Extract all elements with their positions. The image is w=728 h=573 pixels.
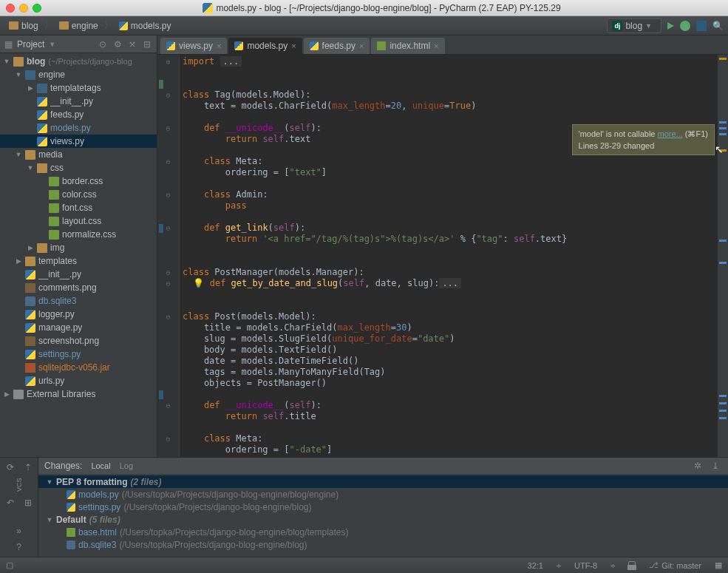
hide-panel-icon[interactable]: ⤓: [709, 459, 722, 472]
zoom-window-button[interactable]: [33, 4, 41, 13]
commit-icon[interactable]: ⇡: [21, 461, 35, 474]
tree-item[interactable]: models.py: [0, 121, 157, 135]
tree-item[interactable]: logger.py: [0, 308, 157, 321]
debug-button[interactable]: [680, 21, 690, 31]
changelist-header[interactable]: PEP 8 formatting (2 files): [38, 475, 728, 488]
tooltip-more-link[interactable]: more...: [658, 129, 683, 138]
tree-item[interactable]: sqlitejdbc-v056.jar: [0, 361, 157, 374]
editor-gutter[interactable]: ⊕⊖⊖⊖⊖⊖⊖⊖⊖⊖⊖: [157, 55, 180, 457]
changes-tree[interactable]: PEP 8 formatting (2 files)models.py (/Us…: [38, 474, 728, 557]
editor-tab[interactable]: index.html×: [371, 38, 444, 54]
tree-item[interactable]: media: [0, 148, 157, 161]
tree-item[interactable]: urls.py: [0, 374, 157, 387]
expand-icon[interactable]: »: [13, 524, 26, 538]
project-tree[interactable]: blog (~/Projects/django-blog enginetempl…: [0, 53, 157, 457]
minimize-window-button[interactable]: [19, 4, 28, 13]
insert-mode[interactable]: ÷: [610, 561, 615, 570]
tree-item[interactable]: screenshot.png: [0, 334, 157, 347]
code-editor[interactable]: import ...class Tag(models.Model): text …: [180, 55, 718, 457]
changed-file[interactable]: models.py (/Users/topka/Projects/django-…: [38, 488, 728, 501]
tree-arrow-icon[interactable]: [15, 71, 22, 78]
tree-arrow-icon[interactable]: [27, 84, 34, 92]
tree-root[interactable]: blog (~/Projects/django-blog: [0, 55, 157, 68]
close-tab-icon[interactable]: ×: [217, 41, 221, 50]
tree-item[interactable]: css: [0, 161, 157, 174]
readonly-toggle[interactable]: [628, 561, 636, 570]
tree-arrow-icon[interactable]: [27, 244, 34, 251]
pyfile-icon: [25, 350, 35, 359]
close-tab-icon[interactable]: ×: [434, 41, 438, 50]
tree-arrow-icon[interactable]: [15, 151, 22, 158]
rollback-icon[interactable]: ↶: [4, 496, 17, 509]
cursor-position[interactable]: 32:1: [528, 561, 543, 570]
tree-item[interactable]: db.sqlite3: [0, 294, 157, 308]
changelist-header[interactable]: Default (5 files): [38, 513, 728, 526]
tree-item[interactable]: templates: [0, 254, 157, 268]
file-encoding[interactable]: UTF-8: [574, 561, 597, 570]
changed-file[interactable]: base.html (/Users/topka/Projects/django-…: [38, 526, 728, 538]
autoscroll-icon[interactable]: ⊙: [98, 39, 108, 50]
run-button[interactable]: [667, 22, 674, 30]
project-view-icon[interactable]: ▦: [4, 39, 13, 50]
tree-item[interactable]: views.py: [0, 135, 157, 148]
expand-arrow-icon[interactable]: [46, 478, 53, 486]
line-separator[interactable]: ÷: [557, 561, 561, 570]
tree-item[interactable]: border.css: [0, 174, 157, 188]
coverage-button[interactable]: [696, 21, 707, 31]
tree-item[interactable]: normalize.css: [0, 228, 157, 241]
changed-file[interactable]: settings.py (/Users/topka/Projects/djang…: [38, 501, 728, 513]
tree-item[interactable]: __init__.py: [0, 95, 157, 108]
tree-item[interactable]: layout.css: [0, 214, 157, 228]
tree-item[interactable]: feeds.py: [0, 108, 157, 121]
collapse-all-icon[interactable]: ⤧: [127, 39, 137, 50]
tree-item[interactable]: img: [0, 241, 157, 254]
tree-item[interactable]: comments.png: [0, 281, 157, 294]
run-configuration-selector[interactable]: dj blog ▼: [607, 18, 661, 33]
tree-item-label: manage.py: [38, 322, 82, 333]
tree-arrow-icon[interactable]: [15, 257, 22, 265]
refresh-icon[interactable]: ⟳: [4, 461, 17, 474]
tree-item-label: css: [50, 163, 64, 173]
chevron-down-icon[interactable]: ▼: [49, 41, 55, 48]
close-window-button[interactable]: [6, 4, 15, 13]
tree-item[interactable]: settings.py: [0, 347, 157, 361]
tree-item[interactable]: engine: [0, 68, 157, 81]
tree-item[interactable]: color.css: [0, 188, 157, 201]
settings-icon[interactable]: ⚙: [112, 39, 123, 50]
close-tab-icon[interactable]: ×: [359, 41, 364, 50]
help-icon[interactable]: ?: [13, 540, 26, 554]
pyfolder-icon: [25, 70, 35, 80]
editor-tab[interactable]: models.py×: [228, 38, 302, 54]
editor-tab[interactable]: views.py×: [160, 38, 227, 54]
tooltip-line2: Lines 28-29 changed: [579, 140, 708, 152]
expand-arrow-icon[interactable]: [46, 516, 53, 523]
html-icon: [377, 41, 386, 50]
hide-panel-icon[interactable]: ⊟: [142, 39, 152, 50]
error-stripe[interactable]: [718, 55, 728, 457]
diff-icon[interactable]: ⊞: [21, 496, 35, 509]
changes-tab-local[interactable]: Local: [91, 461, 110, 470]
tool-window-toggle[interactable]: ▢: [6, 560, 13, 570]
breadcrumb-root[interactable]: blog: [4, 19, 43, 33]
tree-item[interactable]: __init__.py: [0, 268, 157, 281]
breadcrumb-engine[interactable]: engine: [55, 19, 103, 33]
bg-tasks[interactable]: ▦: [715, 560, 722, 570]
tree-item[interactable]: templatetags: [0, 81, 157, 95]
tree-arrow-icon[interactable]: [3, 390, 10, 398]
close-tab-icon[interactable]: ×: [291, 41, 296, 50]
git-branch[interactable]: Git: master: [649, 560, 701, 570]
tree-arrow-icon[interactable]: [27, 164, 34, 172]
changed-file[interactable]: db.sqlite3 (/Users/topka/Projects/django…: [38, 538, 728, 551]
expand-arrow-icon[interactable]: [3, 58, 10, 65]
chevron-down-icon: ▼: [645, 22, 652, 30]
tree-item[interactable]: manage.py: [0, 321, 157, 334]
editor-tab[interactable]: feeds.py×: [304, 38, 370, 54]
breadcrumb-file[interactable]: models.py: [115, 19, 176, 33]
tree-item[interactable]: font.css: [0, 201, 157, 214]
tree-item[interactable]: External Libraries: [0, 387, 157, 401]
branch-icon: [649, 560, 659, 570]
search-everywhere-button[interactable]: 🔍: [712, 21, 724, 31]
settings-icon[interactable]: ✲: [691, 459, 704, 472]
changes-tab-log[interactable]: Log: [120, 461, 133, 470]
pyfile-icon: [234, 41, 243, 50]
